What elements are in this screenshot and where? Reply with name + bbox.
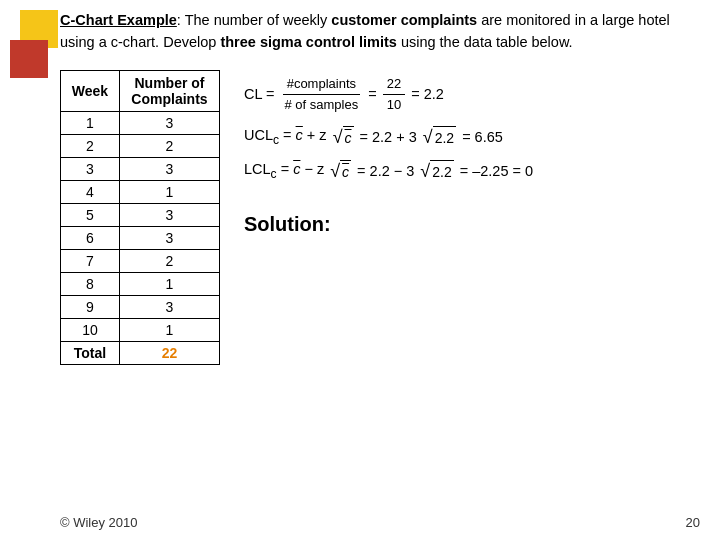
- cl-label: CL =: [244, 83, 275, 106]
- data-table: Week Number ofComplaints 132233415363728…: [60, 70, 220, 365]
- table-row: 81: [61, 272, 220, 295]
- footer: © Wiley 2010 20: [60, 515, 700, 530]
- complaints-cell: 2: [119, 134, 219, 157]
- title-bold2: three sigma control limits: [220, 34, 396, 50]
- solution-label: Solution:: [244, 213, 700, 236]
- week-cell: 10: [61, 318, 120, 341]
- table-row: 33: [61, 157, 220, 180]
- complaints-cell: 3: [119, 203, 219, 226]
- week-cell: 6: [61, 226, 120, 249]
- complaints-cell: 2: [119, 249, 219, 272]
- cl-formula: CL = #complaints # of samples = 22 10 = …: [244, 74, 700, 117]
- complaints-cell: 1: [119, 318, 219, 341]
- table-row: 41: [61, 180, 220, 203]
- table-row: 22: [61, 134, 220, 157]
- complaints-cell: 1: [119, 180, 219, 203]
- decorative-squares: [10, 10, 60, 100]
- title-part1-suffix: : The number of weekly: [177, 12, 331, 28]
- ucl-sqrt2: √ 2.2: [423, 126, 456, 149]
- complaints-cell: 3: [119, 295, 219, 318]
- cl-result: = 2.2: [411, 83, 444, 106]
- cl-numerator: #complaints: [283, 74, 360, 96]
- ucl-label: UCLc = c + z: [244, 124, 327, 150]
- content-row: Week Number ofComplaints 132233415363728…: [60, 70, 700, 365]
- ucl-sqrt: √ c: [333, 126, 354, 149]
- title-underline: C-Chart Example: [60, 12, 177, 28]
- total-label: Total: [61, 341, 120, 364]
- title-block: C-Chart Example: The number of weekly cu…: [60, 10, 700, 54]
- week-cell: 1: [61, 111, 120, 134]
- lcl-sqrt: √ c: [330, 160, 351, 183]
- week-cell: 2: [61, 134, 120, 157]
- table-row: 13: [61, 111, 220, 134]
- lcl-sqrt-content2: 2.2: [430, 160, 453, 183]
- copyright: © Wiley 2010: [60, 515, 138, 530]
- complaints-cell: 3: [119, 157, 219, 180]
- table-row: 63: [61, 226, 220, 249]
- complaints-cell: 3: [119, 226, 219, 249]
- title-part3: using the data table below.: [397, 34, 573, 50]
- ucl-sqrt-content2: 2.2: [433, 126, 456, 149]
- table-row: 72: [61, 249, 220, 272]
- lcl-formula: LCLc = c − z √ c = 2.2 − 3 √ 2.2 = –2.25…: [244, 158, 700, 184]
- table-row: 53: [61, 203, 220, 226]
- ucl-sqrt-content: c: [343, 126, 354, 149]
- total-value: 22: [119, 341, 219, 364]
- col-week-header: Week: [61, 70, 120, 111]
- cl-values-fraction: 22 10: [383, 74, 405, 117]
- week-cell: 9: [61, 295, 120, 318]
- table-row: 101: [61, 318, 220, 341]
- ucl-formula: UCLc = c + z √ c = 2.2 + 3 √ 2.2 = 6.65: [244, 124, 700, 150]
- lcl-label: LCLc = c − z: [244, 158, 324, 184]
- table-row: 93: [61, 295, 220, 318]
- lcl-result: = –2.25 = 0: [460, 160, 533, 183]
- lcl-sqrt-content: c: [340, 160, 351, 183]
- formulas-block: CL = #complaints # of samples = 22 10 = …: [244, 70, 700, 236]
- week-cell: 4: [61, 180, 120, 203]
- week-cell: 7: [61, 249, 120, 272]
- cl-denominator: # of samples: [281, 95, 363, 116]
- cl-equals: =: [368, 83, 376, 106]
- cl-num-val: 22: [383, 74, 405, 96]
- main-content: C-Chart Example: The number of weekly cu…: [60, 10, 700, 530]
- cl-den-val: 10: [383, 95, 405, 116]
- week-cell: 5: [61, 203, 120, 226]
- complaints-cell: 1: [119, 272, 219, 295]
- col-complaints-header: Number ofComplaints: [119, 70, 219, 111]
- lcl-sqrt2: √ 2.2: [420, 160, 453, 183]
- red-square: [10, 40, 48, 78]
- page-number: 20: [686, 515, 700, 530]
- complaints-cell: 3: [119, 111, 219, 134]
- week-cell: 8: [61, 272, 120, 295]
- lcl-numeric: = 2.2 − 3: [357, 160, 414, 183]
- title-bold1: customer complaints: [331, 12, 477, 28]
- cl-fraction: #complaints # of samples: [281, 74, 363, 117]
- week-cell: 3: [61, 157, 120, 180]
- ucl-numeric: = 2.2 + 3: [360, 126, 417, 149]
- ucl-result: = 6.65: [462, 126, 503, 149]
